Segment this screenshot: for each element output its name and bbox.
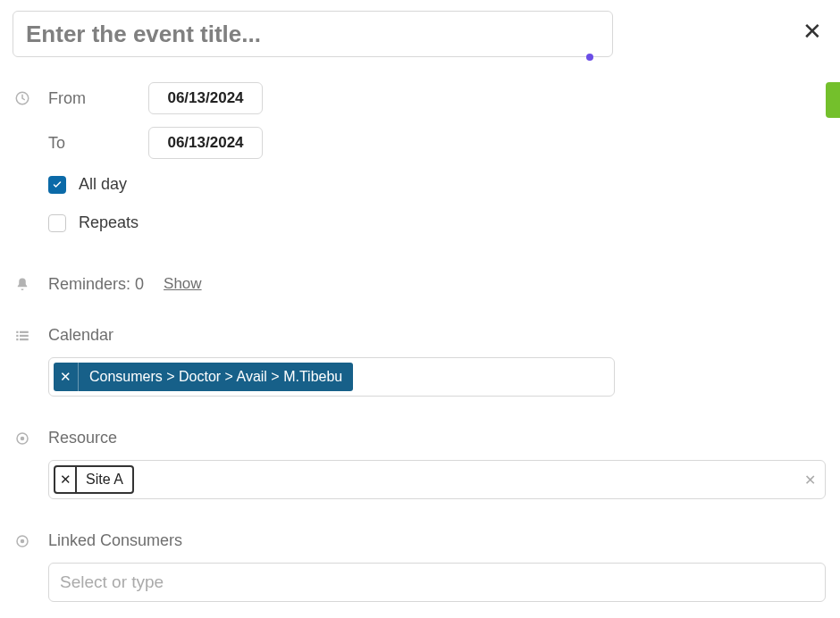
resource-tag-text: Site A <box>77 467 132 492</box>
calendar-label: Calendar <box>48 326 113 345</box>
target-icon <box>14 430 30 447</box>
repeats-label: Repeats <box>79 213 139 232</box>
to-date-input[interactable] <box>148 127 263 159</box>
reminders-show-link[interactable]: Show <box>164 275 202 293</box>
event-title-input[interactable] <box>13 11 613 57</box>
calendar-tag-text: Consumers > Doctor > Avail > M.Tibebu <box>79 363 353 391</box>
calendar-tag-remove-icon[interactable]: ✕ <box>54 363 79 391</box>
svg-rect-1 <box>16 331 18 333</box>
clock-icon <box>14 90 30 106</box>
svg-rect-3 <box>16 335 18 337</box>
svg-point-10 <box>21 539 25 544</box>
resource-label: Resource <box>48 429 117 447</box>
repeats-checkbox[interactable] <box>48 214 66 232</box>
svg-rect-2 <box>20 331 29 333</box>
save-button[interactable]: Save <box>826 82 840 118</box>
svg-rect-6 <box>20 338 29 340</box>
to-label: To <box>48 134 148 153</box>
resource-tag-remove-icon[interactable]: ✕ <box>55 467 77 492</box>
calendar-select[interactable]: ✕ Consumers > Doctor > Avail > M.Tibebu <box>48 357 615 397</box>
all-day-checkbox[interactable] <box>48 176 66 194</box>
close-icon[interactable]: ✕ <box>802 20 822 43</box>
resource-clear-icon[interactable]: ✕ <box>804 472 816 489</box>
svg-point-8 <box>21 437 25 441</box>
from-date-input[interactable] <box>148 82 263 114</box>
indicator-dot <box>586 54 593 61</box>
resource-tag: ✕ Site A <box>54 465 134 494</box>
calendar-tag: ✕ Consumers > Doctor > Avail > M.Tibebu <box>54 363 353 391</box>
all-day-label: All day <box>79 175 127 194</box>
linked-consumers-input[interactable] <box>48 563 826 602</box>
svg-rect-5 <box>16 338 18 340</box>
resource-select[interactable]: ✕ Site A ✕ <box>48 460 826 499</box>
linked-consumers-label: Linked Consumers <box>48 531 182 550</box>
reminders-label: Reminders: 0 <box>48 275 144 294</box>
target-icon <box>14 533 30 549</box>
from-label: From <box>48 89 148 108</box>
bell-icon <box>14 277 30 293</box>
svg-rect-4 <box>20 335 29 337</box>
list-icon <box>14 328 30 344</box>
